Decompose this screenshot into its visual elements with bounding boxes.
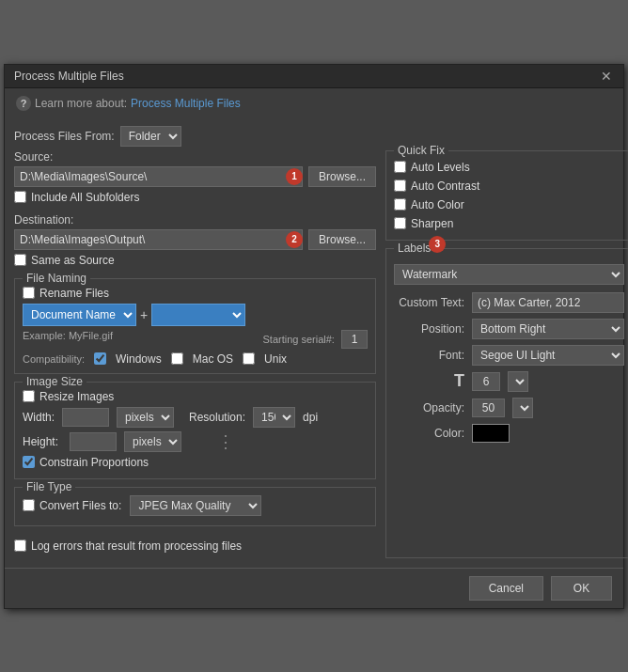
width-label: Width: [23, 411, 55, 424]
quick-fix-options: Auto Levels Auto Contrast Auto Color Sha… [394, 161, 624, 232]
plus-sign: + [140, 307, 148, 322]
file-type-group: File Type Convert Files to: JPEG Max Qua… [14, 487, 376, 526]
auto-contrast-checkbox[interactable] [394, 180, 406, 192]
left-panel: Source: 1 Browse... Include All Subfolde… [14, 150, 376, 558]
destination-browse-button[interactable]: Browse... [308, 229, 376, 250]
color-label: Color: [394, 427, 464, 440]
labels-badge: 3 [429, 236, 446, 253]
document-name-select[interactable]: Document Name [23, 304, 136, 326]
auto-color-label: Auto Color [411, 198, 464, 211]
convert-files-checkbox[interactable] [23, 499, 35, 511]
process-from-row: Process Files From: Folder Files [5, 118, 623, 150]
same-as-source-checkbox[interactable] [14, 254, 26, 266]
watermark-type-select[interactable]: Watermark None Caption [394, 264, 624, 285]
labels-title-text: Labels [398, 242, 431, 255]
font-size-select[interactable]: ▼ [508, 371, 528, 392]
auto-contrast-label: Auto Contrast [411, 180, 479, 193]
starting-serial-section: Starting serial#: [263, 330, 369, 349]
serial-input[interactable] [341, 330, 368, 349]
resize-images-label: Resize Images [39, 390, 114, 403]
file-type-group-label: File Type [23, 480, 75, 493]
quick-fix-group: Quick Fix Auto Levels Auto Contrast Auto… [385, 150, 628, 241]
destination-input-row: 2 Browse... [14, 229, 376, 250]
quick-fix-group-label: Quick Fix [394, 144, 448, 157]
opacity-label: Opacity: [394, 401, 464, 414]
unix-checkbox[interactable] [243, 352, 255, 365]
watermark-row: Watermark None Caption [394, 264, 624, 285]
position-row: Position: Bottom Right Bottom Left Top R… [394, 319, 624, 339]
font-row: Font: Segoe UI Light Arial Times New Rom… [394, 345, 624, 366]
auto-levels-row: Auto Levels [394, 161, 624, 174]
same-as-source-label: Same as Source [31, 254, 115, 267]
include-subfolders-checkbox[interactable] [14, 191, 26, 203]
process-multiple-files-dialog: Process Multiple Files ✕ ? Learn more ab… [4, 64, 624, 609]
windows-label: Windows [116, 352, 162, 366]
compatibility-row: Compatibility: Windows Mac OS Unix [23, 352, 368, 366]
color-row: Color: [394, 424, 624, 443]
position-label: Position: [394, 322, 464, 336]
height-unit-select[interactable]: pixels [124, 431, 181, 452]
example-row: Example: MyFile.gif Starting serial#: [23, 330, 368, 349]
auto-color-row: Auto Color [394, 198, 624, 211]
height-input[interactable] [70, 432, 117, 451]
auto-color-checkbox[interactable] [394, 198, 406, 211]
file-naming-group-label: File Naming [23, 272, 90, 285]
position-select[interactable]: Bottom Right Bottom Left Top Right Top L… [472, 319, 624, 339]
rename-files-checkbox[interactable] [23, 287, 35, 299]
link-proportions-icon: ⋮ [217, 431, 234, 452]
image-size-group-label: Image Size [23, 375, 86, 388]
constrain-checkbox[interactable] [23, 456, 35, 468]
constrain-label: Constrain Proportions [39, 456, 149, 469]
file-type-select[interactable]: JPEG Max Quality JPEG High Quality PNG T… [130, 495, 261, 516]
help-link[interactable]: Process Multiple Files [131, 97, 241, 110]
width-unit-select[interactable]: pixels [117, 407, 174, 428]
width-input[interactable] [62, 408, 109, 427]
source-input[interactable] [14, 166, 303, 187]
log-errors-checkbox[interactable] [14, 539, 26, 552]
help-row: ? Learn more about: Process Multiple Fil… [5, 88, 623, 118]
font-label: Font: [394, 349, 464, 362]
second-naming-select[interactable] [151, 304, 245, 326]
title-bar: Process Multiple Files ✕ [5, 65, 623, 88]
auto-levels-label: Auto Levels [411, 161, 470, 174]
naming-row: Document Name + [23, 304, 368, 326]
sharpen-checkbox[interactable] [394, 217, 406, 229]
right-panel: Quick Fix Auto Levels Auto Contrast Auto… [385, 150, 628, 558]
ok-button[interactable]: OK [551, 576, 612, 601]
image-size-group: Image Size Resize Images Width: pixels R… [14, 382, 376, 479]
font-size-T-icon: T [394, 371, 464, 391]
resize-images-row: Resize Images [23, 390, 368, 403]
destination-section: Destination: 2 Browse... Same as Source [14, 213, 376, 269]
opacity-select[interactable]: ▼ [512, 398, 533, 418]
mac-checkbox[interactable] [171, 352, 183, 365]
cancel-button[interactable]: Cancel [469, 576, 543, 601]
width-resolution-row: Width: pixels Resolution: 150 dpi [23, 407, 368, 428]
destination-input[interactable] [14, 229, 303, 250]
source-browse-button[interactable]: Browse... [308, 166, 376, 187]
resolution-select[interactable]: 150 [253, 407, 295, 428]
font-select[interactable]: Segoe UI Light Arial Times New Roman [472, 345, 624, 366]
same-as-source-row: Same as Source [14, 254, 376, 267]
compat-label: Compatibility: [23, 353, 85, 365]
example-text: Example: MyFile.gif [23, 330, 113, 349]
starting-serial-label: Starting serial#: [263, 334, 335, 345]
windows-checkbox[interactable] [94, 352, 106, 365]
rename-files-label: Rename Files [39, 287, 109, 300]
bottom-buttons: Cancel OK [5, 568, 623, 608]
destination-label: Destination: [14, 213, 376, 227]
destination-badge: 2 [286, 231, 303, 248]
dialog-title: Process Multiple Files [14, 70, 124, 83]
opacity-input[interactable] [472, 399, 505, 417]
process-from-select[interactable]: Folder Files [120, 126, 181, 147]
resize-images-checkbox[interactable] [23, 390, 35, 402]
auto-levels-checkbox[interactable] [394, 161, 406, 173]
custom-text-input[interactable] [472, 292, 624, 313]
rename-files-row: Rename Files [23, 287, 368, 300]
help-prefix: Learn more about: [35, 97, 127, 110]
font-size-input[interactable] [472, 372, 500, 391]
include-subfolders-row: Include All Subfolders [14, 191, 376, 204]
color-swatch[interactable] [472, 424, 510, 443]
convert-files-row: Convert Files to: JPEG Max Quality JPEG … [23, 495, 368, 516]
close-button[interactable]: ✕ [599, 70, 614, 83]
source-section: Source: 1 Browse... Include All Subfolde… [14, 150, 376, 206]
